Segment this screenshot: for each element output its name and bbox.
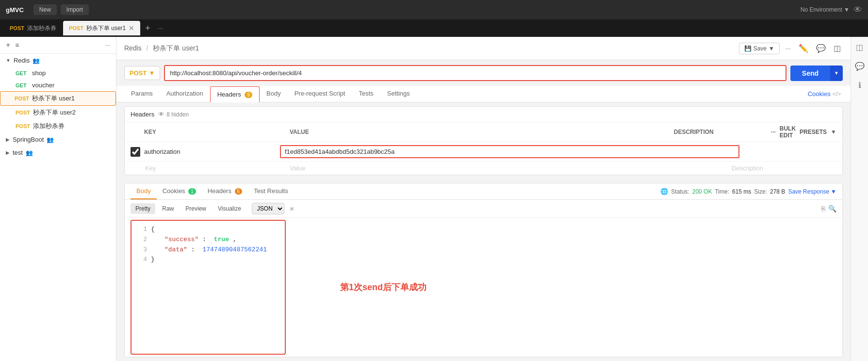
- headers-section: Headers 👁 8 hidden KEY VALUE DESCRIPTION…: [124, 106, 843, 175]
- tab-seckill-user1[interactable]: POST 秒杀下单 user1 ✕: [63, 21, 140, 35]
- chevron-down-icon: ▼: [769, 45, 774, 52]
- eye-icon[interactable]: 👁: [853, 5, 862, 15]
- content-inner: Headers 👁 8 hidden KEY VALUE DESCRIPTION…: [116, 102, 851, 361]
- sidebar-collection-springboot[interactable]: ▶ SpringBoot 👥: [0, 133, 116, 146]
- breadcrumb-request-title: 秒杀下单 user1: [153, 44, 199, 52]
- line-number: 4: [137, 255, 147, 265]
- fmt-tab-pretty[interactable]: Pretty: [131, 203, 155, 214]
- headers-column-row: KEY VALUE DESCRIPTION ··· Bulk Edit Pres…: [125, 122, 842, 142]
- status-label: Status:: [671, 188, 689, 195]
- tab-label: 添加秒杀券: [27, 24, 56, 33]
- fmt-tab-raw[interactable]: Raw: [157, 203, 179, 214]
- sidebar-item-voucher[interactable]: GET voucher: [0, 79, 116, 91]
- tab-settings[interactable]: Settings: [380, 86, 417, 102]
- new-button[interactable]: New: [33, 4, 57, 15]
- send-button[interactable]: Send: [790, 66, 830, 81]
- tab-pre-request[interactable]: Pre-request Script: [288, 86, 352, 102]
- response-tabs-row: Body Cookies 1 Headers 6 Test Results: [125, 183, 842, 200]
- response-section: Body Cookies 1 Headers 6 Test Results: [124, 183, 843, 357]
- tab-more-button[interactable]: ···: [155, 25, 166, 32]
- sidebar-collection-redis[interactable]: ▼ Redis 👥: [0, 54, 116, 67]
- format-tabs-row: Pretty Raw Preview Visualize JSON XML HT…: [125, 200, 842, 218]
- search-icon[interactable]: 🔍: [828, 205, 836, 213]
- json-key: "success": [164, 235, 198, 245]
- tab-add-voucher[interactable]: POST 添加秒杀券: [4, 21, 62, 35]
- tab-close-button[interactable]: ✕: [129, 24, 134, 32]
- code-line-1: 1 {: [137, 225, 279, 235]
- format-select[interactable]: JSON XML HTML: [252, 203, 284, 214]
- bulk-edit-button[interactable]: Bulk Edit: [780, 125, 796, 139]
- fmt-tab-preview[interactable]: Preview: [180, 203, 211, 214]
- comment-right-icon[interactable]: 💬: [853, 60, 867, 73]
- more-icon: ···: [771, 129, 776, 135]
- sidebar-collection-test[interactable]: ▶ test 👥: [0, 146, 116, 159]
- filter-icon[interactable]: ≡: [290, 205, 294, 213]
- tab-method-label: POST: [69, 25, 83, 31]
- save-button[interactable]: 💾 Save ▼: [739, 43, 780, 54]
- url-input-container: [164, 65, 786, 81]
- panel-right-icon[interactable]: ◫: [854, 41, 865, 54]
- hidden-badge: 👁 8 hidden: [158, 111, 189, 118]
- value-placeholder[interactable]: Value: [290, 164, 728, 172]
- collection-name: SpringBoot: [13, 136, 44, 143]
- cookies-link[interactable]: Cookies: [808, 90, 831, 98]
- sidebar-header: + ≡ ···: [0, 37, 116, 54]
- code-line-4: 4 }: [137, 255, 279, 265]
- res-tab-test-results[interactable]: Test Results: [248, 183, 294, 199]
- sidebar-filter-button[interactable]: ≡: [15, 41, 19, 49]
- tab-headers[interactable]: Headers 9: [210, 86, 260, 102]
- panel-button[interactable]: ◫: [832, 42, 843, 55]
- method-value: POST: [130, 69, 147, 77]
- method-selector[interactable]: POST ▼: [124, 66, 160, 80]
- header-value: f1ed853ed41a4abdbd5dc321ab9bc25a: [285, 148, 394, 155]
- hidden-count: 8 hidden: [166, 111, 189, 118]
- send-dropdown-button[interactable]: ▼: [830, 66, 843, 81]
- comment-button[interactable]: 💬: [814, 42, 828, 55]
- edit-button[interactable]: ✏️: [797, 42, 810, 55]
- item-label: 秒杀下单 user1: [32, 94, 75, 103]
- key-placeholder[interactable]: Key: [145, 164, 286, 172]
- fmt-tab-visualize[interactable]: Visualize: [213, 203, 246, 214]
- sidebar-more-button[interactable]: ···: [105, 42, 110, 49]
- size-label: Size:: [754, 188, 767, 195]
- collection-name: Redis: [14, 57, 30, 64]
- desc-placeholder[interactable]: Description: [732, 164, 829, 172]
- chevron-right-icon: ▶: [6, 137, 10, 142]
- tab-body[interactable]: Body: [260, 86, 288, 102]
- item-label: shop: [32, 69, 46, 77]
- send-button-group: Send ▼: [790, 66, 843, 81]
- res-tab-cookies[interactable]: Cookies 1: [157, 183, 202, 199]
- info-right-icon[interactable]: ℹ: [856, 79, 863, 92]
- sidebar-item-seckill-user2[interactable]: POST 秒杀下单 user2: [0, 106, 116, 119]
- tab-authorization[interactable]: Authorization: [160, 86, 210, 102]
- res-tab-headers[interactable]: Headers 6: [202, 183, 248, 199]
- item-label: 添加秒杀券: [33, 122, 65, 131]
- request-header-actions: 💾 Save ▼ ··· ✏️ 💬 ◫: [739, 42, 843, 55]
- res-tab-body[interactable]: Body: [131, 183, 157, 199]
- save-response-button[interactable]: Save Response ▼: [788, 188, 836, 195]
- header-checkbox[interactable]: [131, 147, 140, 157]
- tab-tests[interactable]: Tests: [352, 86, 380, 102]
- sidebar-item-add-voucher[interactable]: POST 添加秒杀券: [0, 119, 116, 133]
- environment-selector[interactable]: No Environment ▼: [801, 6, 850, 13]
- url-input[interactable]: [165, 66, 786, 80]
- colon: :: [191, 245, 199, 255]
- code-icon[interactable]: </>: [831, 87, 843, 101]
- copy-icon[interactable]: ⎘: [821, 205, 825, 213]
- presets-button[interactable]: Presets: [800, 129, 827, 135]
- tab-params[interactable]: Params: [124, 86, 160, 102]
- empty-header-row: Key Value Description: [125, 162, 842, 175]
- breadcrumb-collection: Redis: [124, 44, 142, 52]
- tab-label: 秒杀下单 user1: [86, 24, 126, 33]
- comma: ,: [233, 235, 237, 245]
- sidebar-add-button[interactable]: +: [6, 41, 10, 49]
- json-value: 17474890487562241: [202, 245, 267, 255]
- save-label: Save: [753, 45, 767, 52]
- import-button[interactable]: Import: [61, 4, 89, 15]
- tab-method-label: POST: [10, 25, 24, 31]
- sidebar-item-seckill-user1[interactable]: POST 秒杀下单 user1: [0, 91, 116, 106]
- header-value-container: f1ed853ed41a4abdbd5dc321ab9bc25a: [280, 145, 739, 158]
- more-button[interactable]: ···: [784, 43, 793, 54]
- tab-add-button[interactable]: +: [141, 23, 154, 33]
- sidebar-item-shop[interactable]: GET shop: [0, 67, 116, 79]
